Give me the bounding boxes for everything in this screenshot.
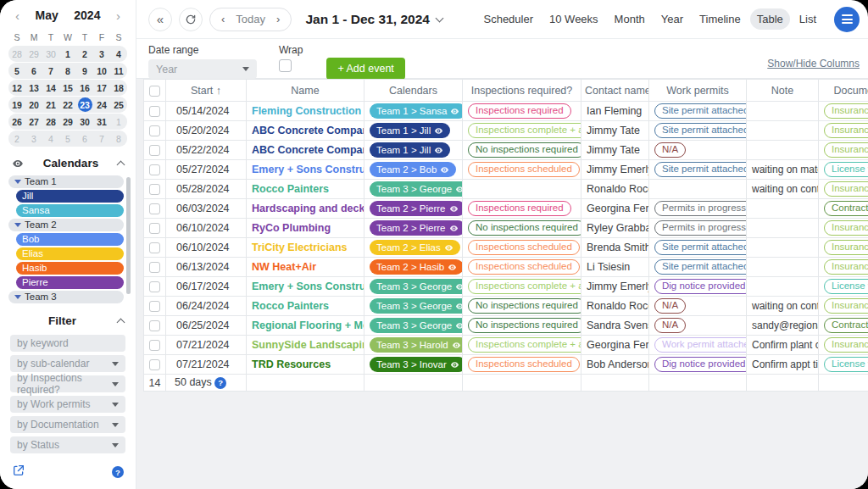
row-select-cell[interactable] [144, 102, 166, 121]
mini-cal-day[interactable]: 10 [93, 66, 110, 76]
row-checkbox[interactable] [149, 145, 160, 156]
mini-cal-day[interactable]: 21 [42, 100, 59, 110]
row-checkbox[interactable] [149, 262, 160, 273]
mini-cal-day[interactable]: 19 [8, 100, 25, 110]
scrollbar[interactable] [126, 177, 131, 294]
mini-cal-day[interactable]: 30 [42, 49, 59, 59]
mini-cal-day[interactable]: 1 [110, 117, 127, 127]
row-select-cell[interactable] [144, 160, 166, 180]
event-name-cell[interactable]: ABC Concrete Company [247, 141, 364, 160]
table-row[interactable]: 06/10/2024RyCo PlumbingTeam 2 > PierreNo… [144, 219, 868, 238]
select-all-checkbox[interactable] [149, 86, 160, 97]
wrap-checkbox[interactable] [279, 59, 292, 72]
table-row[interactable]: 05/14/2024Fleming Construction CoTeam 1 … [144, 102, 868, 121]
filter-by-documentation[interactable]: by Documentation [10, 416, 125, 433]
mini-cal-day[interactable]: 25 [110, 100, 127, 110]
menu-button[interactable] [834, 7, 860, 32]
mini-cal-day[interactable]: 16 [76, 83, 93, 93]
mini-cal-day[interactable]: 26 [8, 117, 25, 127]
mini-cal-day[interactable]: 4 [42, 134, 59, 144]
mini-cal-day[interactable]: 2 [8, 134, 25, 144]
mini-cal-day[interactable]: 3 [25, 134, 42, 144]
mini-cal-day[interactable]: 2 [76, 49, 93, 59]
table-row[interactable]: 07/21/2024SunnySide LandscapingTeam 3 > … [144, 336, 868, 355]
view-tab-10-weeks[interactable]: 10 Weeks [542, 8, 605, 30]
mini-cal-day[interactable]: 29 [25, 49, 42, 59]
prev-period-button[interactable]: ‹ [221, 13, 225, 25]
calendar-item-bob[interactable]: Bob [16, 233, 124, 246]
mini-cal-day[interactable]: 31 [93, 117, 110, 127]
table-row[interactable]: 07/21/2024TRD ResourcesTeam 3 > InovarIn… [144, 355, 868, 375]
event-name-cell[interactable]: Fleming Construction Co [247, 102, 364, 121]
mini-cal-day[interactable]: 20 [25, 100, 42, 110]
mini-cal-day[interactable]: 14 [42, 83, 59, 93]
filter-by-status[interactable]: by Status [10, 436, 125, 453]
view-tab-scheduler[interactable]: Scheduler [476, 8, 540, 30]
column-header-calendars[interactable]: Calendars [364, 80, 463, 102]
mini-cal-day[interactable]: 23 [76, 97, 93, 112]
mini-cal-day[interactable]: 24 [93, 100, 110, 110]
help-icon[interactable]: ? [112, 466, 124, 478]
mini-cal-day[interactable]: 11 [110, 66, 127, 76]
row-select-cell[interactable] [144, 180, 166, 199]
filter-by-work-permits[interactable]: by Work permits [10, 396, 125, 413]
mini-cal-prev-icon[interactable]: ‹ [15, 9, 19, 22]
mini-cal-day[interactable]: 5 [59, 134, 76, 144]
filter-by-inspections-required-[interactable]: by Inspections required? [10, 375, 125, 392]
event-name-cell[interactable]: Rocco Painters [247, 180, 364, 199]
mini-cal-day[interactable]: 4 [110, 49, 127, 59]
row-checkbox[interactable] [149, 223, 160, 234]
mini-cal-day[interactable]: 30 [76, 117, 93, 127]
table-row[interactable]: 05/28/2024Rocco PaintersTeam 3 > GeorgeR… [144, 180, 868, 199]
column-header-start[interactable]: Start ↑ [166, 80, 247, 102]
filter-by-sub-calendar[interactable]: by sub-calendar [10, 355, 125, 372]
about-section-header[interactable]: About [0, 481, 136, 489]
event-name-cell[interactable]: Emery + Sons Construction [247, 277, 364, 297]
row-checkbox[interactable] [149, 301, 160, 312]
show-hide-columns-link[interactable]: Show/Hide Columns [767, 58, 860, 69]
view-tab-timeline[interactable]: Timeline [693, 8, 748, 30]
mini-cal-day[interactable]: 3 [93, 49, 110, 59]
row-checkbox[interactable] [149, 340, 160, 351]
row-checkbox[interactable] [149, 106, 160, 117]
row-checkbox[interactable] [149, 164, 160, 175]
table-row[interactable]: 05/22/2024ABC Concrete CompanyTeam 1 > J… [144, 141, 868, 160]
calendars-section-header[interactable]: Calendars [0, 147, 136, 175]
filter-by-keyword[interactable]: by keyword [10, 335, 125, 352]
row-select-cell[interactable] [144, 121, 166, 141]
mini-cal-day[interactable]: 28 [8, 49, 25, 59]
selected-day[interactable]: 23 [78, 97, 92, 112]
mini-cal-day[interactable]: 7 [42, 66, 59, 76]
mini-cal-day[interactable]: 8 [59, 66, 76, 76]
view-tab-table[interactable]: Table [750, 8, 790, 30]
column-header-note[interactable]: Note [747, 80, 819, 102]
column-header-work-permits[interactable]: Work permits [649, 80, 747, 102]
today-button[interactable]: Today [236, 13, 265, 25]
table-row[interactable]: 06/17/2024Emery + Sons ConstructionTeam … [144, 277, 868, 297]
row-select-cell[interactable] [144, 238, 166, 258]
calendar-group-team-1[interactable]: Team 1 [8, 175, 124, 188]
calendar-item-hasib[interactable]: Hasib [16, 262, 124, 275]
calendar-item-pierre[interactable]: Pierre [16, 276, 124, 289]
mini-cal-day[interactable]: 29 [59, 117, 76, 127]
event-name-cell[interactable]: TRD Resources [247, 355, 364, 375]
table-row[interactable]: 06/25/2024Regional Flooring + MoreTeam 3… [144, 316, 868, 336]
chevron-up-icon[interactable] [117, 319, 125, 327]
mini-cal-day[interactable]: 27 [25, 117, 42, 127]
row-checkbox[interactable] [149, 359, 160, 370]
row-select-cell[interactable] [144, 141, 166, 160]
mini-cal-day[interactable]: 28 [42, 117, 59, 127]
calendar-item-jill[interactable]: Jill [16, 190, 124, 203]
view-tab-year[interactable]: Year [654, 8, 690, 30]
mini-cal-day[interactable]: 15 [59, 83, 76, 93]
row-checkbox[interactable] [149, 203, 160, 214]
add-event-button[interactable]: + Add event [326, 58, 404, 80]
row-checkbox[interactable] [149, 320, 160, 331]
mini-cal-day[interactable]: 13 [25, 83, 42, 93]
calendar-item-elias[interactable]: Elias [16, 247, 124, 260]
mini-cal-next-icon[interactable]: › [116, 9, 120, 22]
row-checkbox[interactable] [149, 281, 160, 292]
table-row[interactable]: 06/24/2024Rocco PaintersTeam 3 > GeorgeN… [144, 297, 868, 316]
table-row[interactable]: 05/20/2024ABC Concrete CompanyTeam 1 > J… [144, 121, 868, 141]
column-header-inspections-required-[interactable]: Inspections required? [463, 80, 581, 102]
